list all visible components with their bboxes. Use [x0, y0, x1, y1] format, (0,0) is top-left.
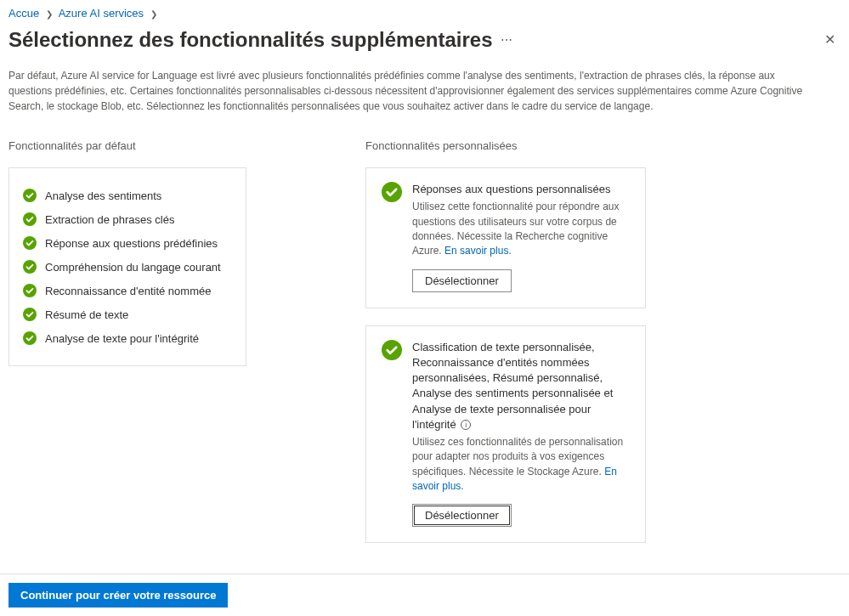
custom-feature-card-qa: Réponses aux questions personnalisées Ut…: [365, 167, 646, 308]
breadcrumb-azure-ai[interactable]: Azure AI services: [59, 7, 144, 20]
check-circle-icon: [382, 340, 402, 360]
check-circle-icon: [23, 260, 37, 274]
check-circle-icon: [23, 236, 37, 250]
deselect-button[interactable]: Désélectionner: [412, 269, 512, 292]
learn-more-link[interactable]: En savoir plus.: [444, 245, 512, 257]
check-circle-icon: [23, 308, 37, 321]
check-circle-icon: [23, 212, 37, 226]
default-features-card: Analyse des sentiments Extraction de phr…: [8, 167, 246, 366]
more-actions-icon[interactable]: ⋯: [501, 33, 513, 47]
close-icon[interactable]: ✕: [819, 26, 841, 53]
page-title: Sélectionnez des fonctionnalités supplém…: [8, 28, 492, 52]
custom-feature-title: Réponses aux questions personnalisées: [412, 182, 630, 197]
list-item: Réponse aux questions prédéfinies: [23, 231, 232, 255]
custom-feature-description: Utilisez cette fonctionnalité pour répon…: [412, 200, 630, 259]
feature-label: Analyse de texte pour l'intégrité: [45, 332, 199, 345]
list-item: Analyse de texte pour l'intégrité: [23, 326, 232, 350]
default-features-heading: Fonctionnalités par défaut: [8, 139, 246, 152]
desc-text: Utilisez ces fonctionnalités de personna…: [412, 436, 623, 478]
custom-features-heading: Fonctionnalités personnalisées: [365, 139, 646, 152]
chevron-right-icon: ❯: [46, 9, 53, 19]
desc-text: Utilisez cette fonctionnalité pour répon…: [412, 201, 619, 257]
list-item: Compréhension du langage courant: [23, 255, 232, 279]
breadcrumb-home[interactable]: Accue: [8, 7, 39, 20]
custom-feature-card-classification: Classification de texte personnalisée, R…: [365, 325, 646, 544]
list-item: Analyse des sentiments: [23, 184, 232, 207]
feature-label: Résumé de texte: [45, 308, 128, 321]
footer-bar: Continuer pour créer votre ressource: [0, 574, 849, 616]
check-circle-icon: [23, 331, 37, 345]
list-item: Reconnaissance d'entité nommée: [23, 279, 232, 302]
list-item: Extraction de phrases clés: [23, 207, 232, 231]
info-icon[interactable]: i: [461, 420, 471, 430]
continue-button[interactable]: Continuer pour créer votre ressource: [8, 583, 228, 608]
feature-label: Extraction de phrases clés: [45, 213, 174, 226]
check-circle-icon: [23, 284, 37, 297]
feature-label: Analyse des sentiments: [45, 189, 161, 202]
feature-label: Réponse aux questions prédéfinies: [45, 237, 218, 250]
title-text: Classification de texte personnalisée, R…: [412, 341, 613, 431]
check-circle-icon: [382, 182, 402, 202]
page-description: Par défaut, Azure AI service for Languag…: [0, 53, 829, 114]
breadcrumb: Accue ❯ Azure AI services ❯: [0, 0, 849, 23]
feature-label: Reconnaissance d'entité nommée: [45, 285, 211, 297]
deselect-button[interactable]: Désélectionner: [412, 504, 512, 527]
custom-feature-title: Classification de texte personnalisée, R…: [412, 340, 630, 432]
feature-label: Compréhension du langage courant: [45, 261, 221, 274]
chevron-right-icon: ❯: [150, 9, 157, 19]
list-item: Résumé de texte: [23, 302, 232, 326]
check-circle-icon: [23, 189, 37, 202]
custom-feature-description: Utilisez ces fonctionnalités de personna…: [412, 435, 630, 494]
